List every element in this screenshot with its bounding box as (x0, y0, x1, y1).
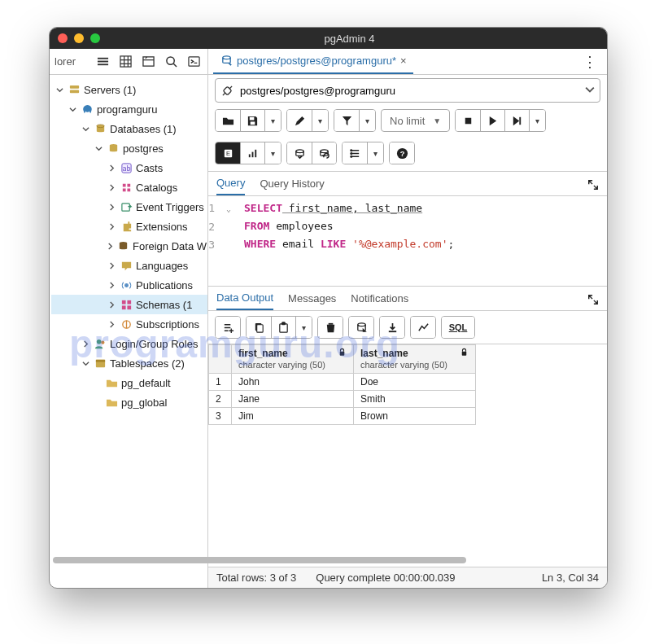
paste-dropdown[interactable]: ▾ (295, 317, 312, 338)
tree-ts-pgdefault[interactable]: pg_default (51, 373, 207, 392)
explain-options-button[interactable] (240, 142, 264, 164)
stop-button[interactable] (456, 110, 480, 131)
chevron-right-icon[interactable] (107, 163, 116, 173)
editor-code[interactable]: SELECT first_name, last_name FROM employ… (236, 199, 607, 283)
table-row[interactable]: 1JohnDoe (209, 374, 476, 391)
explain-dropdown[interactable]: ▾ (264, 142, 281, 164)
add-row-button[interactable] (216, 317, 240, 338)
commit-button[interactable] (287, 142, 312, 164)
explain-analyze-button[interactable]: E (216, 142, 240, 164)
chevron-right-icon[interactable] (107, 300, 116, 309)
chevron-right-icon[interactable] (107, 280, 116, 290)
chevron-right-icon[interactable] (107, 319, 116, 329)
tree-server[interactable]: programguru (51, 99, 207, 119)
svg-rect-66 (462, 352, 467, 356)
help-button[interactable]: ? (390, 142, 414, 164)
search-icon[interactable] (162, 53, 180, 71)
tab-query-history[interactable]: Query History (260, 177, 324, 195)
tree-languages[interactable]: Languages (51, 256, 207, 275)
close-tab-icon[interactable]: × (400, 55, 407, 67)
kebab-menu-icon[interactable]: ⋮ (578, 53, 602, 71)
save-data-button[interactable] (349, 317, 373, 338)
sql-button[interactable]: SQL (442, 317, 474, 338)
paste-button[interactable] (271, 317, 295, 338)
tree-servers[interactable]: Servers (1) (51, 80, 207, 99)
properties-icon[interactable] (94, 53, 111, 71)
chevron-right-icon[interactable] (107, 261, 116, 270)
tree-label: postgres (123, 142, 164, 155)
chevron-down-icon[interactable] (55, 85, 64, 94)
chevron-down-icon[interactable] (81, 358, 90, 368)
tab-query[interactable]: Query (216, 177, 245, 195)
data-grid-wrapper[interactable]: first_name character varying (50) last_n… (208, 344, 607, 567)
tab-data-output[interactable]: Data Output (216, 291, 273, 310)
table-row[interactable]: 3JimBrown (209, 408, 476, 425)
tab-messages[interactable]: Messages (288, 292, 336, 309)
tree-login-roles[interactable]: Login/Group Roles (51, 334, 207, 353)
copy-button[interactable] (247, 317, 271, 338)
edit-dropdown[interactable]: ▾ (312, 110, 328, 131)
tree-casts[interactable]: ab Casts (51, 158, 207, 177)
connection-selector[interactable] (215, 78, 600, 103)
filter-button[interactable] (334, 110, 359, 131)
chevron-right-icon[interactable] (81, 339, 90, 348)
query-tab[interactable]: postgres/postgres@programguru* × (213, 49, 413, 74)
tab-notifications[interactable]: Notifications (351, 292, 408, 309)
limit-selector[interactable]: No limit ▼ (381, 109, 450, 132)
delete-row-button[interactable] (318, 317, 343, 338)
download-button[interactable] (380, 317, 404, 338)
object-tree[interactable]: Servers (1) programguru Databases (1) po… (50, 75, 207, 588)
chevron-down-icon[interactable] (81, 124, 90, 134)
minimize-window-button[interactable] (74, 33, 84, 43)
zoom-window-button[interactable] (90, 33, 100, 43)
chevron-down-icon[interactable] (94, 143, 103, 153)
tree-databases[interactable]: Databases (1) (51, 119, 207, 138)
chevron-right-icon[interactable] (107, 202, 116, 212)
svg-point-44 (321, 149, 328, 152)
chevron-right-icon[interactable] (107, 241, 114, 251)
sidebar-hscrollbar[interactable] (53, 557, 208, 565)
column-header[interactable]: last_name character varying (50) (354, 345, 476, 374)
tree-publications[interactable]: Publications (51, 275, 207, 295)
close-window-button[interactable] (58, 33, 68, 43)
column-header[interactable]: first_name character varying (50) (232, 345, 354, 374)
explain-button[interactable] (504, 110, 529, 131)
tree-ts-pgglobal[interactable]: pg_global (51, 392, 207, 412)
save-button[interactable] (240, 110, 264, 131)
sql-editor[interactable]: 1 ⌄ 2 3 SELECT first_name, last_name FRO… (208, 196, 607, 286)
execute-dropdown[interactable]: ▾ (529, 110, 545, 131)
macros-button[interactable] (343, 142, 367, 164)
table-row[interactable]: 2JaneSmith (209, 391, 476, 408)
maximize-editor-icon[interactable] (587, 179, 599, 193)
maximize-output-icon[interactable] (587, 294, 599, 308)
macros-dropdown[interactable]: ▾ (367, 142, 383, 164)
tree-schemas[interactable]: Schemas (1 (51, 295, 207, 314)
svg-point-49 (350, 152, 351, 154)
open-file-button[interactable] (216, 110, 240, 131)
tree-label: Schemas (1 (136, 299, 192, 311)
psql-icon[interactable] (185, 53, 203, 71)
svg-rect-14 (69, 85, 78, 88)
tree-database[interactable]: postgres (51, 138, 207, 158)
connection-input[interactable] (240, 85, 578, 97)
tree-subscriptions[interactable]: Subscriptions (51, 314, 207, 334)
refresh-icon[interactable] (139, 53, 157, 71)
save-dropdown[interactable]: ▾ (264, 110, 281, 131)
tree-tablespaces[interactable]: Tablespaces (2) (51, 353, 207, 373)
chevron-right-icon[interactable] (107, 221, 116, 231)
svg-rect-42 (255, 149, 256, 156)
chevron-right-icon[interactable] (107, 182, 116, 192)
filter-dropdown[interactable]: ▾ (359, 110, 375, 131)
execute-button[interactable] (480, 110, 504, 131)
tree-extensions[interactable]: Extensions (51, 217, 207, 236)
tree-foreign-data[interactable]: Foreign Data W (51, 236, 207, 256)
chevron-down-icon[interactable] (585, 85, 595, 97)
rollback-button[interactable] (312, 142, 336, 164)
chevron-down-icon[interactable] (68, 104, 77, 114)
grid-icon[interactable] (116, 53, 134, 71)
tree-catalogs[interactable]: Catalogs (51, 177, 207, 197)
graph-visualizer-button[interactable] (411, 317, 435, 338)
editor-tabbar: postgres/postgres@programguru* × ⋮ (208, 49, 607, 75)
tree-event-triggers[interactable]: Event Triggers (51, 197, 207, 217)
edit-button[interactable] (287, 110, 312, 131)
